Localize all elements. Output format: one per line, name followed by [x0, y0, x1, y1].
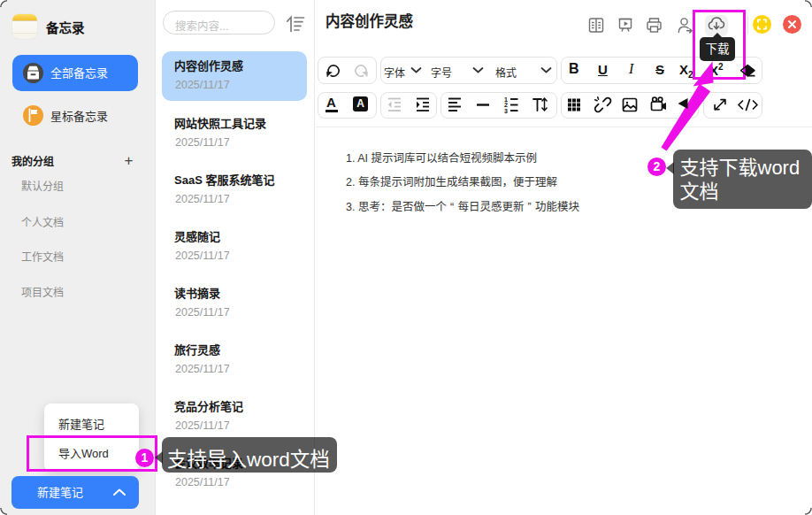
svg-text:3: 3 — [504, 108, 508, 114]
